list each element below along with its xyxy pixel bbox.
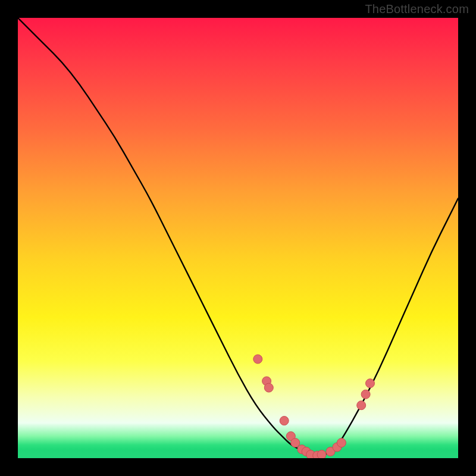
curve-dot xyxy=(264,383,273,392)
watermark-label: TheBottleneck.com xyxy=(365,2,469,16)
curve-dots-group xyxy=(253,355,375,458)
curve-layer xyxy=(18,18,458,458)
curve-dot xyxy=(357,401,366,410)
curve-dot xyxy=(337,439,346,447)
chart-container: TheBottleneck.com xyxy=(0,0,476,476)
curve-dot xyxy=(366,379,375,388)
curve-dot xyxy=(253,355,262,364)
curve-dot xyxy=(280,416,289,425)
curve-dot xyxy=(291,439,300,447)
plot-area xyxy=(18,18,458,458)
bottleneck-curve xyxy=(18,18,458,455)
curve-dot xyxy=(317,450,326,458)
curve-dot xyxy=(361,390,370,399)
